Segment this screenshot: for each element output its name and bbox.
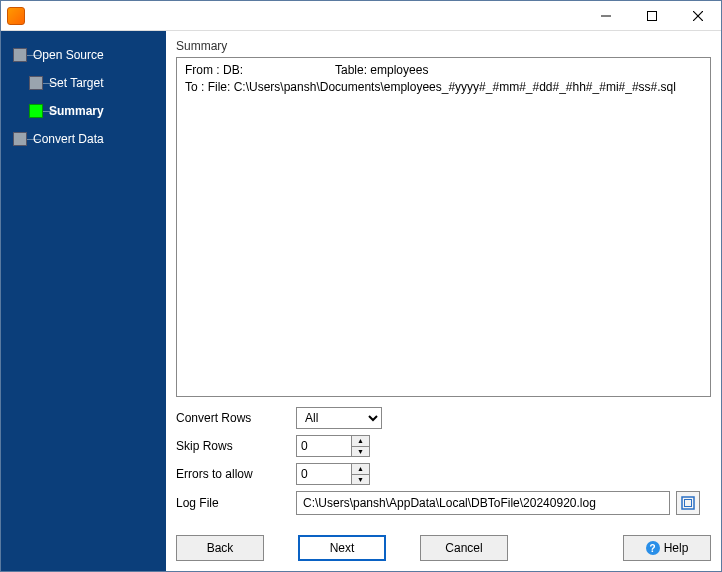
back-button[interactable]: Back <box>176 535 264 561</box>
titlebar <box>1 1 721 31</box>
nav-label: Set Target <box>49 76 103 90</box>
next-button[interactable]: Next <box>298 535 386 561</box>
logfile-input[interactable] <box>296 491 670 515</box>
skip-rows-label: Skip Rows <box>176 439 296 453</box>
convert-rows-select[interactable]: All <box>296 407 382 429</box>
nav-label: Open Source <box>33 48 104 62</box>
spin-up-icon[interactable]: ▲ <box>352 436 369 447</box>
nav-set-target[interactable]: Set Target <box>1 69 166 97</box>
step-box-icon <box>29 104 43 118</box>
browse-icon <box>681 496 695 510</box>
sidebar: Open Source Set Target Summary Convert D… <box>1 31 166 571</box>
spin-down-icon[interactable]: ▼ <box>352 447 369 457</box>
errors-spinner[interactable]: ▲ ▼ <box>296 463 370 485</box>
browse-button[interactable] <box>676 491 700 515</box>
step-box-icon <box>29 76 43 90</box>
nav-label: Summary <box>49 104 104 118</box>
cancel-button[interactable]: Cancel <box>420 535 508 561</box>
close-button[interactable] <box>675 1 721 30</box>
svg-rect-1 <box>648 11 657 20</box>
summary-textarea[interactable]: From : DB: Table: employees To : File: C… <box>176 57 711 397</box>
summary-to-line: To : File: C:\Users\pansh\Documents\empl… <box>185 79 702 96</box>
errors-label: Errors to allow <box>176 467 296 481</box>
errors-input[interactable] <box>297 464 351 484</box>
summary-table: Table: employees <box>335 62 428 79</box>
maximize-button[interactable] <box>629 1 675 30</box>
nav-open-source[interactable]: Open Source <box>1 41 166 69</box>
summary-heading: Summary <box>176 39 711 53</box>
nav-summary[interactable]: Summary <box>1 97 166 125</box>
convert-rows-label: Convert Rows <box>176 411 296 425</box>
step-box-icon <box>13 132 27 146</box>
svg-rect-4 <box>682 497 694 509</box>
skip-rows-spinner[interactable]: ▲ ▼ <box>296 435 370 457</box>
help-button[interactable]: ? Help <box>623 535 711 561</box>
nav-label: Convert Data <box>33 132 104 146</box>
help-icon: ? <box>646 541 660 555</box>
summary-from-db: From : DB: <box>185 62 335 79</box>
svg-rect-5 <box>685 500 692 507</box>
logfile-label: Log File <box>176 496 296 510</box>
spin-down-icon[interactable]: ▼ <box>352 475 369 485</box>
app-icon <box>7 7 25 25</box>
nav-convert-data[interactable]: Convert Data <box>1 125 166 153</box>
skip-rows-input[interactable] <box>297 436 351 456</box>
content-area: Summary From : DB: Table: employees To :… <box>166 31 721 571</box>
minimize-button[interactable] <box>583 1 629 30</box>
spin-up-icon[interactable]: ▲ <box>352 464 369 475</box>
step-box-icon <box>13 48 27 62</box>
